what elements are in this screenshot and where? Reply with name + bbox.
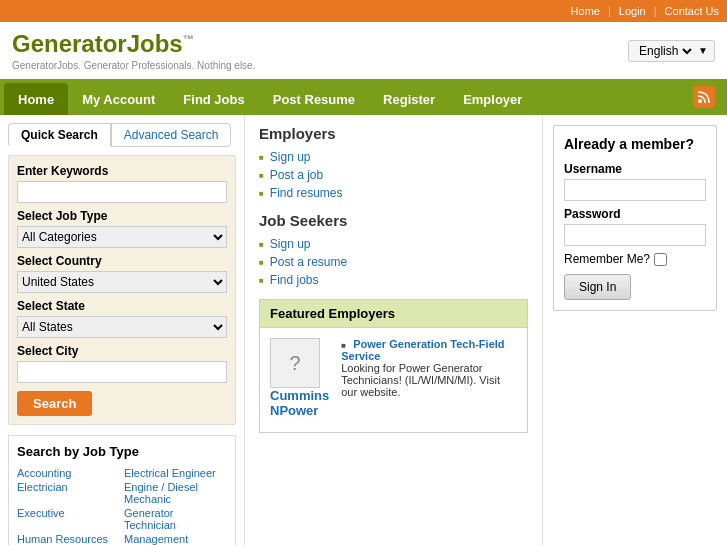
nav-employer[interactable]: Employer bbox=[449, 83, 536, 115]
username-label: Username bbox=[564, 162, 706, 176]
job-type-select[interactable]: All Categories bbox=[17, 226, 227, 248]
job-type-engine-diesel[interactable]: Engine / Diesel Mechanic bbox=[124, 481, 227, 505]
logo-area: GeneratorJobs™ GeneratorJobs. Generator … bbox=[12, 30, 255, 71]
sep2: | bbox=[654, 5, 657, 17]
employer-detail: Power Generation Tech-Field Service Look… bbox=[341, 338, 517, 398]
state-select[interactable]: All States bbox=[17, 316, 227, 338]
employers-section: Employers Sign up Post a job Find resume… bbox=[259, 125, 528, 200]
job-type-grid: Accounting Electrical Engineer Electrici… bbox=[17, 467, 227, 545]
find-resumes-link[interactable]: Find resumes bbox=[270, 186, 343, 200]
nav-register[interactable]: Register bbox=[369, 83, 449, 115]
quick-search-section: Enter Keywords Select Job Type All Categ… bbox=[8, 155, 236, 425]
header: GeneratorJobs™ GeneratorJobs. Generator … bbox=[0, 22, 727, 79]
post-resume-link[interactable]: Post a resume bbox=[270, 255, 347, 269]
list-item: Power Generation Tech-Field Service Look… bbox=[341, 338, 517, 398]
state-label: Select State bbox=[17, 299, 227, 313]
employer-logo: ? bbox=[270, 338, 320, 388]
employer-logo-col: ? Cummins NPower bbox=[270, 338, 329, 422]
member-title: Already a member? bbox=[564, 136, 706, 152]
list-item: Sign up bbox=[259, 150, 528, 164]
password-input[interactable] bbox=[564, 224, 706, 246]
job-listing-link[interactable]: Power Generation Tech-Field Service bbox=[341, 338, 504, 362]
job-listing-list: Power Generation Tech-Field Service Look… bbox=[341, 338, 517, 398]
nav-find-jobs[interactable]: Find Jobs bbox=[169, 83, 258, 115]
job-type-electrician[interactable]: Electrician bbox=[17, 481, 120, 505]
job-type-hr[interactable]: Human Resources bbox=[17, 533, 120, 545]
featured-body: ? Cummins NPower Power Generation Tech-F… bbox=[260, 328, 527, 432]
remember-row: Remember Me? bbox=[564, 252, 706, 266]
employer-name-link[interactable]: Cummins NPower bbox=[270, 388, 329, 418]
job-seekers-links: Sign up Post a resume Find jobs bbox=[259, 237, 528, 287]
job-type-section-title: Search by Job Type bbox=[17, 444, 227, 459]
list-item: Find resumes bbox=[259, 186, 528, 200]
search-tabs: Quick Search Advanced Search bbox=[8, 123, 236, 147]
job-type-electrical-engineer[interactable]: Electrical Engineer bbox=[124, 467, 227, 479]
job-seekers-section: Job Seekers Sign up Post a resume Find j… bbox=[259, 212, 528, 287]
language-selector[interactable]: English ▼ bbox=[628, 40, 715, 62]
right-panel: Already a member? Username Password Reme… bbox=[542, 115, 727, 545]
seeker-signup-link[interactable]: Sign up bbox=[270, 237, 311, 251]
find-jobs-link[interactable]: Find jobs bbox=[270, 273, 319, 287]
home-top-link[interactable]: Home bbox=[571, 5, 600, 17]
job-type-accounting[interactable]: Accounting bbox=[17, 467, 120, 479]
list-item: Find jobs bbox=[259, 273, 528, 287]
country-label: Select Country bbox=[17, 254, 227, 268]
nav-my-account[interactable]: My Account bbox=[68, 83, 169, 115]
list-item: Post a job bbox=[259, 168, 528, 182]
employers-title: Employers bbox=[259, 125, 528, 142]
rss-icon[interactable] bbox=[693, 86, 715, 108]
post-job-link[interactable]: Post a job bbox=[270, 168, 323, 182]
main-content: Quick Search Advanced Search Enter Keywo… bbox=[0, 115, 727, 545]
country-select[interactable]: United States bbox=[17, 271, 227, 293]
list-item: Sign up bbox=[259, 237, 528, 251]
employer-signup-link[interactable]: Sign up bbox=[270, 150, 311, 164]
logo-tagline: GeneratorJobs. Generator Professionals. … bbox=[12, 60, 255, 71]
job-seekers-title: Job Seekers bbox=[259, 212, 528, 229]
svg-point-0 bbox=[698, 99, 702, 103]
nav-post-resume[interactable]: Post Resume bbox=[259, 83, 369, 115]
contact-top-link[interactable]: Contact Us bbox=[665, 5, 719, 17]
city-label: Select City bbox=[17, 344, 227, 358]
remember-label: Remember Me? bbox=[564, 252, 650, 266]
language-dropdown[interactable]: English bbox=[635, 43, 695, 59]
city-input[interactable] bbox=[17, 361, 227, 383]
nav-bar: Home My Account Find Jobs Post Resume Re… bbox=[0, 79, 727, 115]
sep1: | bbox=[608, 5, 611, 17]
login-top-link[interactable]: Login bbox=[619, 5, 646, 17]
logo: GeneratorJobs™ bbox=[12, 30, 255, 58]
chevron-down-icon: ▼ bbox=[698, 45, 708, 56]
remember-checkbox[interactable] bbox=[654, 253, 667, 266]
top-bar: Home | Login | Contact Us bbox=[0, 0, 727, 22]
logo-generator: Generator bbox=[12, 30, 127, 57]
search-button[interactable]: Search bbox=[17, 391, 92, 416]
job-type-generator-tech[interactable]: Generator Technician bbox=[124, 507, 227, 531]
job-type-label: Select Job Type bbox=[17, 209, 227, 223]
password-label: Password bbox=[564, 207, 706, 221]
nav-home[interactable]: Home bbox=[4, 83, 68, 115]
employer-logo-icon: ? bbox=[289, 352, 300, 375]
list-item: Post a resume bbox=[259, 255, 528, 269]
quick-search-tab[interactable]: Quick Search bbox=[8, 123, 111, 147]
job-listing-desc: Looking for Power Generator Technicians!… bbox=[341, 362, 517, 398]
job-type-executive[interactable]: Executive bbox=[17, 507, 120, 531]
featured-employers-section: Featured Employers ? Cummins NPower Powe… bbox=[259, 299, 528, 433]
member-box: Already a member? Username Password Reme… bbox=[553, 125, 717, 311]
keywords-input[interactable] bbox=[17, 181, 227, 203]
job-type-management[interactable]: Management bbox=[124, 533, 227, 545]
sign-in-button[interactable]: Sign In bbox=[564, 274, 631, 300]
logo-tm: ™ bbox=[183, 33, 194, 45]
username-input[interactable] bbox=[564, 179, 706, 201]
advanced-search-tab[interactable]: Advanced Search bbox=[111, 123, 232, 147]
rss-section bbox=[685, 79, 723, 115]
logo-jobs: Jobs bbox=[127, 30, 183, 57]
keywords-label: Enter Keywords bbox=[17, 164, 227, 178]
job-type-search-section: Search by Job Type Accounting Electrical… bbox=[8, 435, 236, 545]
middle-content: Employers Sign up Post a job Find resume… bbox=[245, 115, 542, 545]
employers-links: Sign up Post a job Find resumes bbox=[259, 150, 528, 200]
sidebar: Quick Search Advanced Search Enter Keywo… bbox=[0, 115, 245, 545]
featured-header: Featured Employers bbox=[260, 300, 527, 328]
